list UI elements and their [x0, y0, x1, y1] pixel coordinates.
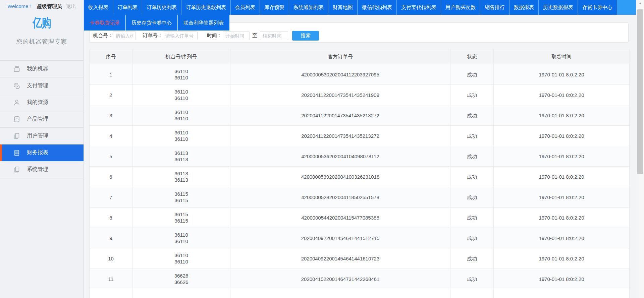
sidebar-item-label: 系统管理: [27, 166, 48, 173]
row-index: 10: [90, 248, 132, 269]
official-order-no: 2020040922001454641441610723: [230, 248, 450, 269]
logout-link[interactable]: 退出: [66, 3, 76, 9]
sidebar: Welcome！ 超级管理员 退出 亿购 您的机器管理专家 我的机器支付管理我的…: [0, 0, 84, 298]
table-row-partial: [90, 289, 630, 298]
row-index: 4: [90, 126, 132, 146]
nav-tab-4[interactable]: 订单历史退款列表: [181, 0, 231, 15]
status: 成功: [450, 126, 494, 146]
machine-serial: 3611036110: [132, 126, 230, 146]
column-header-1: 序号: [90, 49, 132, 64]
official-order-no: 2020041122001473541435213272: [230, 105, 450, 126]
status: 成功: [450, 187, 494, 207]
pickup-time: 1970-01-01 8:0:2.20: [494, 207, 630, 228]
nav-tab-3[interactable]: 订单历史列表: [142, 0, 181, 15]
row-index: 6: [90, 167, 132, 187]
sidebar-menu: 我的机器支付管理我的资源产品管理用户管理财务报表系统管理: [0, 60, 84, 178]
nav-tab-5[interactable]: 会员列表: [231, 0, 260, 15]
end-time-input[interactable]: [260, 31, 288, 40]
search-button[interactable]: 搜索: [292, 31, 319, 41]
machine-serial: 3611036110: [132, 64, 230, 85]
table-header-row: 序号机台号/序列号官方订单号状态取货时间: [90, 49, 630, 64]
current-user: 超级管理员: [37, 3, 62, 9]
machine-serial: 3611336113: [132, 146, 230, 167]
nav-tab-6[interactable]: 库存预警: [260, 0, 289, 15]
row-index: 2: [90, 85, 132, 105]
nav-tab-8[interactable]: 财富地图: [328, 0, 358, 15]
machine-serial: 3662636626: [132, 269, 230, 289]
official-order-no: 2020041122001473541435213272: [230, 126, 450, 146]
nav-tab-2[interactable]: 订单列表: [113, 0, 142, 15]
sidebar-item-my-resources[interactable]: 我的资源: [0, 94, 84, 111]
row-index: 9: [90, 228, 132, 248]
sidebar-item-user-management[interactable]: 用户管理: [0, 128, 84, 144]
status: 成功: [450, 64, 494, 85]
search-row: 机台号： 订单号： 时间： 至 搜索: [93, 31, 319, 41]
scrollbar-thumb[interactable]: [637, 9, 643, 174]
start-time-input[interactable]: [223, 31, 250, 40]
table-row: 1136626366262020041022001464731442268461…: [90, 269, 630, 289]
official-order-no: 4200000536202004104098078112: [230, 146, 450, 167]
pickup-time: 1970-01-01 8:0:2.20: [494, 126, 630, 146]
table-row: 736115361154200000528202004118502551578成…: [90, 187, 630, 207]
pickup-time: 1970-01-01 8:0:2.20: [494, 269, 630, 289]
table-row: 536113361134200000536202004104098078112成…: [90, 146, 630, 167]
sidebar-item-my-machines[interactable]: 我的机器: [0, 61, 84, 77]
sub-nav: 卡券取货记录历史存货卡券中心联合利华答题列表: [84, 15, 229, 31]
machine-serial: 3611036110: [132, 105, 230, 126]
table-row: 336110361102020041122001473541435213272成…: [90, 105, 630, 126]
pickup-time: 1970-01-01 8:0:2.20: [494, 248, 630, 269]
table-row: 436110361102020041122001473541435213272成…: [90, 126, 630, 146]
sidebar-item-product-management[interactable]: 产品管理: [0, 111, 84, 128]
subtab-card-pickup-records[interactable]: 卡券取货记录: [84, 15, 125, 31]
table-row: 936110361102020040922001454641441512715成…: [90, 228, 630, 248]
sidebar-item-label: 我的机器: [27, 65, 48, 72]
nav-tab-15[interactable]: 存货卡券中心: [578, 0, 617, 15]
row-index: 11: [90, 269, 132, 289]
nav-tab-9[interactable]: 微信代扣列表: [358, 0, 397, 15]
machine-serial: 3611036110: [132, 85, 230, 105]
official-order-no: 2020041122001473541435241909: [230, 85, 450, 105]
sidebar-item-finance-reports[interactable]: 财务报表: [0, 144, 84, 161]
sidebar-item-label: 我的资源: [27, 99, 48, 106]
column-header-5: 取货时间: [494, 49, 630, 64]
table-row: 836115361154200000544202004115477085385成…: [90, 207, 630, 228]
nav-tab-12[interactable]: 销售排行: [480, 0, 509, 15]
documents-icon: [13, 132, 21, 140]
document-icon: [13, 166, 21, 174]
machine-no-input[interactable]: [113, 31, 136, 40]
nav-tab-14[interactable]: 历史数据报表: [539, 0, 578, 15]
column-header-2: 机台号/序列号: [132, 49, 230, 64]
nav-tab-1[interactable]: 收入报表: [84, 0, 113, 15]
subtab-unilever-quiz-list[interactable]: 联合利华答题列表: [177, 15, 229, 31]
pickup-time: 1970-01-01 8:0:2.20: [494, 228, 630, 248]
time-label: 时间：: [207, 33, 222, 39]
nav-tab-7[interactable]: 系统通知列表: [289, 0, 328, 15]
sidebar-item-label: 产品管理: [27, 116, 48, 123]
order-no-input[interactable]: [163, 31, 198, 40]
sidebar-item-system-management[interactable]: 系统管理: [0, 161, 84, 178]
machine-serial: 3611536115: [132, 187, 230, 207]
records-table-wrap: 序号机台号/序列号官方订单号状态取货时间 1361103611042000005…: [89, 49, 629, 298]
scrollbar-up-arrow[interactable]: ▲: [636, 1, 644, 5]
wechat-icon: [13, 82, 21, 90]
vertical-scrollbar[interactable]: ▲: [636, 0, 644, 298]
machine-icon: [13, 65, 21, 73]
sidebar-item-payment-management[interactable]: 支付管理: [0, 77, 84, 94]
brand-logo: 亿购: [9, 15, 74, 31]
row-index: 5: [90, 146, 132, 167]
brand-slogan: 您的机器管理专家: [0, 38, 84, 46]
official-order-no: 4200000530202004112203927095: [230, 64, 450, 85]
nav-filler: [617, 0, 636, 15]
column-header-3: 官方订单号: [230, 49, 450, 64]
machine-serial: 3611036110: [132, 248, 230, 269]
pickup-time: 1970-01-01 8:0:2.20: [494, 64, 630, 85]
nav-tab-10[interactable]: 支付宝代扣列表: [397, 0, 441, 15]
status: 成功: [450, 146, 494, 167]
machine-serial: 3611336113: [132, 167, 230, 187]
nav-tab-13[interactable]: 数据报表: [509, 0, 539, 15]
machine-serial: 3611036110: [132, 228, 230, 248]
status: 成功: [450, 248, 494, 269]
nav-tab-11[interactable]: 用户购买次数: [441, 0, 480, 15]
to-label: 至: [252, 33, 257, 39]
subtab-history-stock-card-center[interactable]: 历史存货卡券中心: [125, 15, 177, 31]
